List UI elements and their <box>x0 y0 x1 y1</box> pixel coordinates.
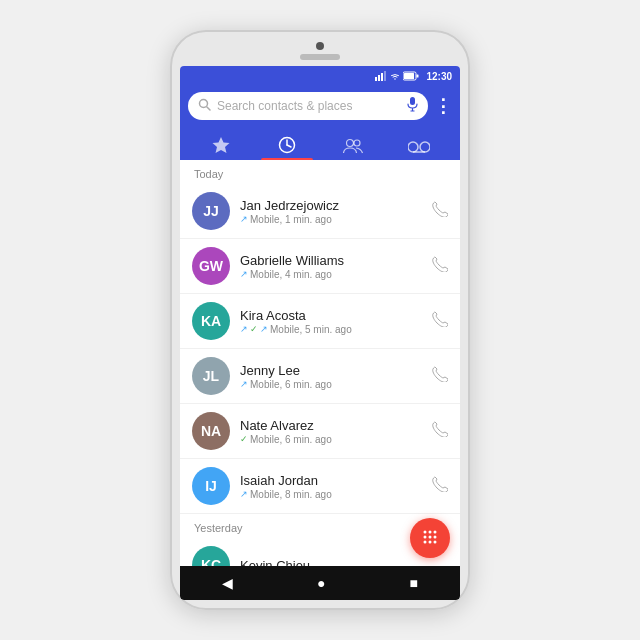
status-icons: 12:30 <box>375 71 452 82</box>
contact-name: Isaiah Jordan <box>240 473 422 488</box>
tab-favorites[interactable] <box>188 128 254 160</box>
contact-item[interactable]: IJ Isaiah Jordan ↗ Mobile, 8 min. ago <box>180 459 460 514</box>
contact-name: Jan Jedrzejowicz <box>240 198 422 213</box>
svg-point-24 <box>424 536 427 539</box>
avatar: GW <box>192 247 230 285</box>
contact-name: Nate Alvarez <box>240 418 422 433</box>
svg-point-18 <box>408 142 418 152</box>
avatar: KC <box>192 546 230 566</box>
contact-info: Nate Alvarez ✓ Mobile, 6 min. ago <box>240 418 422 445</box>
dialpad-icon <box>421 529 439 547</box>
svg-rect-3 <box>384 71 386 81</box>
call-button[interactable] <box>432 366 448 386</box>
contact-info: Isaiah Jordan ↗ Mobile, 8 min. ago <box>240 473 422 500</box>
contact-detail: ↗ Mobile, 8 min. ago <box>240 489 422 500</box>
contact-item[interactable]: GW Gabrielle Williams ↗ Mobile, 4 min. a… <box>180 239 460 294</box>
contact-name: Jenny Lee <box>240 363 422 378</box>
contact-info: Jan Jedrzejowicz ↗ Mobile, 1 min. ago <box>240 198 422 225</box>
contacts-icon <box>343 138 363 154</box>
call-button[interactable] <box>432 476 448 496</box>
avatar: JJ <box>192 192 230 230</box>
phone-frame: 12:30 Search contacts & places <box>170 30 470 610</box>
svg-point-16 <box>347 140 354 147</box>
contact-detail: ↗ ✓ ↗ Mobile, 5 min. ago <box>240 324 422 335</box>
status-bar: 12:30 <box>180 66 460 86</box>
contact-detail: ✓ Mobile, 6 min. ago <box>240 434 422 445</box>
contact-name: Kevin Chieu <box>240 558 448 567</box>
svg-point-25 <box>429 536 432 539</box>
search-input-wrap[interactable]: Search contacts & places <box>188 92 428 120</box>
svg-rect-6 <box>404 73 414 79</box>
tab-voicemail[interactable] <box>386 132 452 160</box>
call-button[interactable] <box>432 421 448 441</box>
phone-screen: 12:30 Search contacts & places <box>180 66 460 600</box>
contact-item[interactable]: JJ Jan Jedrzejowicz ↗ Mobile, 1 min. ago <box>180 184 460 239</box>
contact-name: Kira Acosta <box>240 308 422 323</box>
svg-rect-1 <box>378 75 380 81</box>
svg-line-15 <box>287 145 291 147</box>
svg-point-26 <box>434 536 437 539</box>
signal-icon <box>375 71 387 81</box>
clock-icon <box>278 136 296 154</box>
svg-point-22 <box>429 531 432 534</box>
nav-home-button[interactable]: ● <box>317 575 325 591</box>
section-today: Today <box>180 160 460 184</box>
content-area: Today JJ Jan Jedrzejowicz ↗ Mobile, 1 mi… <box>180 160 460 566</box>
mic-icon[interactable] <box>407 97 418 115</box>
star-icon <box>212 136 230 154</box>
status-time: 12:30 <box>426 71 452 82</box>
contact-info: Kira Acosta ↗ ✓ ↗ Mobile, 5 min. ago <box>240 308 422 335</box>
svg-rect-2 <box>381 73 383 81</box>
nav-recents-button[interactable]: ■ <box>410 575 418 591</box>
search-bar: Search contacts & places ⋮ <box>180 86 460 128</box>
svg-line-8 <box>207 107 210 110</box>
tab-contacts[interactable] <box>320 130 386 160</box>
avatar: IJ <box>192 467 230 505</box>
svg-rect-9 <box>410 97 415 105</box>
svg-marker-12 <box>213 137 230 153</box>
contact-info: Kevin Chieu <box>240 558 448 567</box>
contact-info: Jenny Lee ↗ Mobile, 6 min. ago <box>240 363 422 390</box>
nav-back-button[interactable]: ◀ <box>222 575 233 591</box>
camera <box>316 42 324 50</box>
contact-detail: ↗ Mobile, 6 min. ago <box>240 379 422 390</box>
svg-point-27 <box>424 541 427 544</box>
svg-rect-5 <box>417 75 419 78</box>
svg-point-21 <box>424 531 427 534</box>
wifi-icon <box>390 71 400 81</box>
battery-icon <box>403 71 419 81</box>
svg-point-28 <box>429 541 432 544</box>
call-button[interactable] <box>432 256 448 276</box>
fab-dialpad[interactable] <box>410 518 450 558</box>
tabs-bar <box>180 128 460 160</box>
avatar: NA <box>192 412 230 450</box>
svg-point-17 <box>354 140 360 146</box>
search-icon <box>198 98 211 114</box>
speaker <box>300 54 340 60</box>
more-options-icon[interactable]: ⋮ <box>434 95 452 117</box>
contact-item[interactable]: JL Jenny Lee ↗ Mobile, 6 min. ago <box>180 349 460 404</box>
contact-item[interactable]: NA Nate Alvarez ✓ Mobile, 6 min. ago <box>180 404 460 459</box>
svg-point-19 <box>420 142 430 152</box>
contact-info: Gabrielle Williams ↗ Mobile, 4 min. ago <box>240 253 422 280</box>
tab-recent[interactable] <box>254 128 320 160</box>
contact-detail: ↗ Mobile, 4 min. ago <box>240 269 422 280</box>
contact-name: Gabrielle Williams <box>240 253 422 268</box>
call-button[interactable] <box>432 311 448 331</box>
svg-point-29 <box>434 541 437 544</box>
svg-rect-0 <box>375 77 377 81</box>
svg-point-7 <box>200 100 208 108</box>
call-button[interactable] <box>432 201 448 221</box>
nav-bar: ◀ ● ■ <box>180 566 460 600</box>
avatar: JL <box>192 357 230 395</box>
contact-item[interactable]: KA Kira Acosta ↗ ✓ ↗ Mobile, 5 min. ago <box>180 294 460 349</box>
contact-detail: ↗ Mobile, 1 min. ago <box>240 214 422 225</box>
svg-point-23 <box>434 531 437 534</box>
search-placeholder: Search contacts & places <box>217 99 401 113</box>
voicemail-icon <box>408 140 430 154</box>
avatar: KA <box>192 302 230 340</box>
